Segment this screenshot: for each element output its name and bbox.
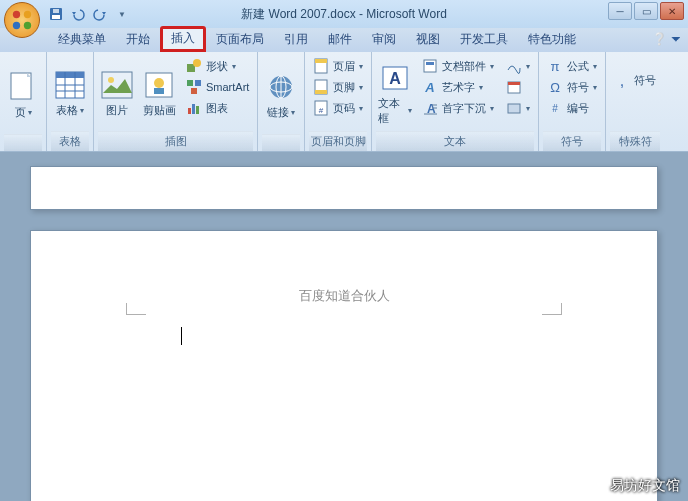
pagenum-button[interactable]: #页码▾ bbox=[309, 98, 367, 118]
equation-label: 公式 bbox=[567, 59, 589, 74]
group-links-label bbox=[262, 134, 300, 151]
chart-button[interactable]: 图表 bbox=[182, 98, 253, 118]
number-label: 编号 bbox=[567, 101, 589, 116]
group-special-chars-label: 特殊符 bbox=[610, 131, 660, 151]
tab-developer[interactable]: 开发工具 bbox=[450, 28, 518, 52]
svg-text:A: A bbox=[425, 80, 435, 95]
signature-button[interactable]: ▾ bbox=[502, 56, 534, 76]
tab-insert[interactable]: 插入 bbox=[160, 26, 206, 52]
symbol-icon: Ω bbox=[547, 79, 563, 95]
ribbon: 页▾ 表格▾ 表格 图片 剪贴画 形状▾ SmartArt bbox=[0, 52, 688, 152]
tab-page-layout[interactable]: 页面布局 bbox=[206, 28, 274, 52]
group-special-chars: ,符号 特殊符 bbox=[606, 52, 664, 151]
maximize-button[interactable]: ▭ bbox=[634, 2, 658, 20]
svg-rect-26 bbox=[196, 106, 199, 114]
tab-classic-menu[interactable]: 经典菜单 bbox=[48, 28, 116, 52]
shapes-icon bbox=[186, 58, 202, 74]
group-links: 链接▾ bbox=[258, 52, 305, 151]
ribbon-tabs: 经典菜单 开始 插入 页面布局 引用 邮件 审阅 视图 开发工具 特色功能 ❔ … bbox=[0, 28, 688, 52]
svg-rect-22 bbox=[195, 80, 201, 86]
undo-icon[interactable] bbox=[70, 6, 86, 22]
group-pages-label bbox=[4, 134, 42, 151]
symbol-button[interactable]: Ω符号▾ bbox=[543, 77, 601, 97]
clipart-button[interactable]: 剪贴画 bbox=[140, 56, 178, 131]
group-tables-label: 表格 bbox=[51, 131, 89, 151]
svg-text:#: # bbox=[319, 106, 324, 115]
links-button[interactable]: 链接▾ bbox=[262, 56, 300, 134]
qat-dropdown-icon[interactable]: ▼ bbox=[114, 6, 130, 22]
svg-point-20 bbox=[193, 59, 201, 67]
close-button[interactable]: ✕ bbox=[660, 2, 684, 20]
document-area[interactable]: 百度知道合伙人 bbox=[0, 152, 688, 501]
parts-button[interactable]: 文档部件▾ bbox=[418, 56, 498, 76]
smartart-label: SmartArt bbox=[206, 81, 249, 93]
svg-point-0 bbox=[13, 11, 20, 18]
tab-references[interactable]: 引用 bbox=[274, 28, 318, 52]
svg-rect-25 bbox=[192, 104, 195, 114]
shapes-button[interactable]: 形状▾ bbox=[182, 56, 253, 76]
datetime-button[interactable] bbox=[502, 77, 534, 97]
datetime-icon bbox=[506, 79, 522, 95]
shapes-label: 形状 bbox=[206, 59, 228, 74]
page-current[interactable]: 百度知道合伙人 bbox=[30, 230, 658, 501]
clipart-label: 剪贴画 bbox=[143, 103, 176, 118]
minimize-button[interactable]: ─ bbox=[608, 2, 632, 20]
symbol-label: 符号 bbox=[567, 80, 589, 95]
object-button[interactable]: ▾ bbox=[502, 98, 534, 118]
page-previous[interactable] bbox=[30, 166, 658, 210]
table-button[interactable]: 表格▾ bbox=[51, 56, 89, 131]
window-controls: ─ ▭ ✕ bbox=[608, 2, 684, 20]
footer-button[interactable]: 页脚▾ bbox=[309, 77, 367, 97]
equation-button[interactable]: π公式▾ bbox=[543, 56, 601, 76]
group-symbols: π公式▾ Ω符号▾ #编号 符号 bbox=[539, 52, 606, 151]
picture-icon bbox=[101, 69, 133, 101]
page-icon bbox=[7, 71, 39, 103]
picture-button[interactable]: 图片 bbox=[98, 56, 136, 131]
tab-special[interactable]: 特色功能 bbox=[518, 28, 586, 52]
tab-mailings[interactable]: 邮件 bbox=[318, 28, 362, 52]
redo-icon[interactable] bbox=[92, 6, 108, 22]
group-header-footer: 页眉▾ 页脚▾ #页码▾ 页眉和页脚 bbox=[305, 52, 372, 151]
group-illustrations-label: 插图 bbox=[98, 131, 253, 151]
group-pages: 页▾ bbox=[0, 52, 47, 151]
wordart-icon: A bbox=[422, 79, 438, 95]
header-icon bbox=[313, 58, 329, 74]
wordart-button[interactable]: A艺术字▾ bbox=[418, 77, 498, 97]
svg-rect-48 bbox=[508, 104, 520, 113]
pagenum-icon: # bbox=[313, 100, 329, 116]
svg-text:#: # bbox=[553, 103, 559, 114]
svg-rect-5 bbox=[52, 15, 60, 19]
textbox-button[interactable]: A 文本框▾ bbox=[376, 56, 414, 131]
tab-home[interactable]: 开始 bbox=[116, 28, 160, 52]
number-button[interactable]: #编号 bbox=[543, 98, 601, 118]
svg-rect-21 bbox=[187, 80, 193, 86]
comma-icon: , bbox=[614, 72, 630, 88]
textbox-icon: A bbox=[379, 62, 411, 94]
dropcap-button[interactable]: A首字下沉▾ bbox=[418, 98, 498, 118]
help-icon[interactable]: ❔ ⏷ bbox=[652, 32, 682, 46]
chart-label: 图表 bbox=[206, 101, 228, 116]
svg-rect-39 bbox=[424, 60, 436, 72]
clipart-icon bbox=[143, 69, 175, 101]
special-symbol-button[interactable]: ,符号 bbox=[610, 70, 660, 90]
textbox-label: 文本框 bbox=[378, 96, 406, 126]
chart-icon bbox=[186, 100, 202, 116]
group-header-footer-label: 页眉和页脚 bbox=[309, 131, 367, 151]
dropcap-icon: A bbox=[422, 100, 438, 116]
text-cursor bbox=[181, 327, 182, 345]
group-symbols-label: 符号 bbox=[543, 131, 601, 151]
smartart-button[interactable]: SmartArt bbox=[182, 77, 253, 97]
footer-icon bbox=[313, 79, 329, 95]
svg-text:A: A bbox=[390, 70, 402, 87]
svg-rect-24 bbox=[188, 108, 191, 114]
pagenum-label: 页码 bbox=[333, 101, 355, 116]
svg-rect-18 bbox=[154, 88, 164, 94]
header-button[interactable]: 页眉▾ bbox=[309, 56, 367, 76]
group-tables: 表格▾ 表格 bbox=[47, 52, 94, 151]
svg-rect-9 bbox=[56, 72, 84, 78]
tab-review[interactable]: 审阅 bbox=[362, 28, 406, 52]
office-button[interactable] bbox=[4, 2, 40, 38]
tab-view[interactable]: 视图 bbox=[406, 28, 450, 52]
pages-button[interactable]: 页▾ bbox=[4, 56, 42, 134]
save-icon[interactable] bbox=[48, 6, 64, 22]
